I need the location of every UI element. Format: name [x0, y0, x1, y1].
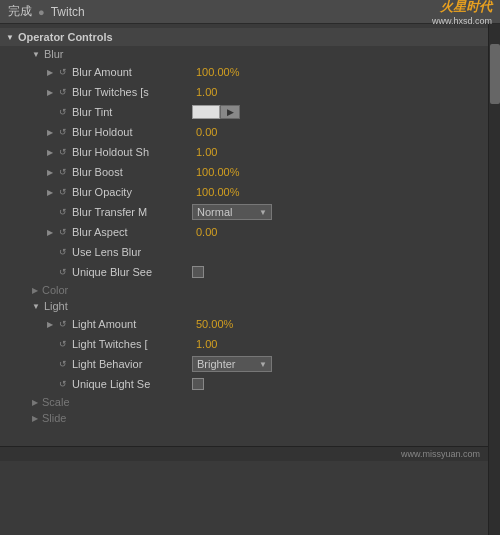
color-label: Color [42, 284, 68, 296]
blur-twitches-row: ▶ ↺ Blur Twitches [s 1.00 [0, 82, 488, 102]
light-amount-icon: ↺ [56, 317, 70, 331]
unique-light-se-icon: ↺ [56, 377, 70, 391]
use-lens-blur-row: ↺ Use Lens Blur [0, 242, 488, 262]
blur-boost-icon: ↺ [56, 165, 70, 179]
blur-tint-swatch[interactable] [192, 105, 220, 119]
blur-tint-icon: ↺ [56, 105, 70, 119]
blur-twitches-icon: ↺ [56, 85, 70, 99]
blur-holdout-sh-row: ▶ ↺ Blur Holdout Sh 1.00 [0, 142, 488, 162]
blur-holdout-row: ▶ ↺ Blur Holdout 0.00 [0, 122, 488, 142]
unique-light-se-row: ↺ Unique Light Se [0, 374, 488, 394]
light-amount-value[interactable]: 50.00% [196, 318, 233, 330]
scale-triangle [32, 398, 38, 407]
blur-twitches-value[interactable]: 1.00 [196, 86, 217, 98]
window-title: Twitch [51, 5, 85, 19]
blur-amount-row: ▶ ↺ Blur Amount 100.00% [0, 62, 488, 82]
blur-amount-value[interactable]: 100.00% [196, 66, 239, 78]
operator-controls-header[interactable]: Operator Controls [0, 28, 488, 46]
blur-aspect-name: Blur Aspect [72, 226, 192, 238]
separator: ● [38, 6, 45, 18]
blur-transfer-dropdown-arrow: ▼ [259, 208, 267, 217]
blur-section-header[interactable]: Blur [0, 46, 488, 62]
operator-controls-triangle [6, 33, 14, 42]
blur-holdout-sh-name: Blur Holdout Sh [72, 146, 192, 158]
blur-boost-name: Blur Boost [72, 166, 192, 178]
scrollbar[interactable] [488, 24, 500, 535]
blur-aspect-icon: ↺ [56, 225, 70, 239]
status-text: 完成 [8, 3, 32, 20]
blur-transfer-icon: ↺ [56, 205, 70, 219]
unique-light-se-name: Unique Light Se [72, 378, 192, 390]
blur-transfer-dropdown[interactable]: Normal ▼ [192, 204, 272, 220]
blur-opacity-icon: ↺ [56, 185, 70, 199]
blur-holdout-sh-arrow[interactable]: ▶ [44, 148, 56, 157]
blur-triangle [32, 50, 40, 59]
light-amount-row: ▶ ↺ Light Amount 50.00% [0, 314, 488, 334]
light-behavior-row: ↺ Light Behavior Brighter ▼ [0, 354, 488, 374]
light-twitches-value[interactable]: 1.00 [196, 338, 217, 350]
light-twitches-row: ↺ Light Twitches [ 1.00 [0, 334, 488, 354]
unique-blur-see-name: Unique Blur See [72, 266, 192, 278]
blur-label: Blur [44, 48, 64, 60]
blur-twitches-arrow[interactable]: ▶ [44, 88, 56, 97]
blur-holdout-arrow[interactable]: ▶ [44, 128, 56, 137]
unique-blur-see-icon: ↺ [56, 265, 70, 279]
light-behavior-dropdown[interactable]: Brighter ▼ [192, 356, 272, 372]
scale-section-header[interactable]: Scale [0, 394, 488, 410]
blur-tint-btn[interactable]: ▶ [220, 105, 240, 119]
use-lens-blur-name: Use Lens Blur [72, 246, 192, 258]
light-amount-arrow[interactable]: ▶ [44, 320, 56, 329]
color-triangle [32, 286, 38, 295]
blur-aspect-value[interactable]: 0.00 [196, 226, 217, 238]
scrollbar-thumb[interactable] [490, 44, 500, 104]
blur-transfer-name: Blur Transfer M [72, 206, 192, 218]
slide-triangle [32, 414, 38, 423]
blur-boost-row: ▶ ↺ Blur Boost 100.00% [0, 162, 488, 182]
use-lens-blur-icon: ↺ [56, 245, 70, 259]
blur-holdout-name: Blur Holdout [72, 126, 192, 138]
blur-amount-arrow[interactable]: ▶ [44, 68, 56, 77]
light-section-header[interactable]: Light [0, 298, 488, 314]
blur-opacity-arrow[interactable]: ▶ [44, 188, 56, 197]
slide-section-header[interactable]: Slide [0, 410, 488, 426]
light-triangle [32, 302, 40, 311]
blur-opacity-name: Blur Opacity [72, 186, 192, 198]
slide-label: Slide [42, 412, 66, 424]
blur-tint-name: Blur Tint [72, 106, 192, 118]
light-label: Light [44, 300, 68, 312]
blur-transfer-row: ↺ Blur Transfer M Normal ▼ [0, 202, 488, 222]
light-behavior-value: Brighter [197, 358, 236, 370]
top-bar: 完成 ● Twitch 火星时代 www.hxsd.com [0, 0, 500, 24]
blur-tint-row: ↺ Blur Tint ▶ [0, 102, 488, 122]
blur-aspect-row: ▶ ↺ Blur Aspect 0.00 [0, 222, 488, 242]
blur-holdout-value[interactable]: 0.00 [196, 126, 217, 138]
light-twitches-icon: ↺ [56, 337, 70, 351]
blur-aspect-arrow[interactable]: ▶ [44, 228, 56, 237]
blur-opacity-value[interactable]: 100.00% [196, 186, 239, 198]
blur-twitches-name: Blur Twitches [s [72, 86, 192, 98]
logo-area: 火星时代 www.hxsd.com [432, 0, 492, 26]
blur-boost-value[interactable]: 100.00% [196, 166, 239, 178]
blur-amount-name: Blur Amount [72, 66, 192, 78]
unique-light-se-checkbox[interactable] [192, 378, 204, 390]
light-behavior-name: Light Behavior [72, 358, 192, 370]
blur-holdout-icon: ↺ [56, 125, 70, 139]
unique-blur-see-checkbox[interactable] [192, 266, 204, 278]
light-twitches-name: Light Twitches [ [72, 338, 192, 350]
light-behavior-icon: ↺ [56, 357, 70, 371]
blur-opacity-row: ▶ ↺ Blur Opacity 100.00% [0, 182, 488, 202]
scale-label: Scale [42, 396, 70, 408]
footer-watermark: www.missyuan.com [401, 449, 480, 459]
blur-amount-icon: ↺ [56, 65, 70, 79]
blur-transfer-value: Normal [197, 206, 232, 218]
blur-holdout-sh-value[interactable]: 1.00 [196, 146, 217, 158]
color-section-header[interactable]: Color [0, 282, 488, 298]
logo-text: 火星时代 [440, 0, 492, 16]
properties-panel: Operator Controls Blur ▶ ↺ Blur Amount 1… [0, 24, 488, 535]
light-amount-name: Light Amount [72, 318, 192, 330]
light-behavior-dropdown-arrow: ▼ [259, 360, 267, 369]
operator-controls-label: Operator Controls [18, 31, 113, 43]
footer-bar: www.missyuan.com [0, 446, 488, 461]
blur-boost-arrow[interactable]: ▶ [44, 168, 56, 177]
blur-holdout-sh-icon: ↺ [56, 145, 70, 159]
